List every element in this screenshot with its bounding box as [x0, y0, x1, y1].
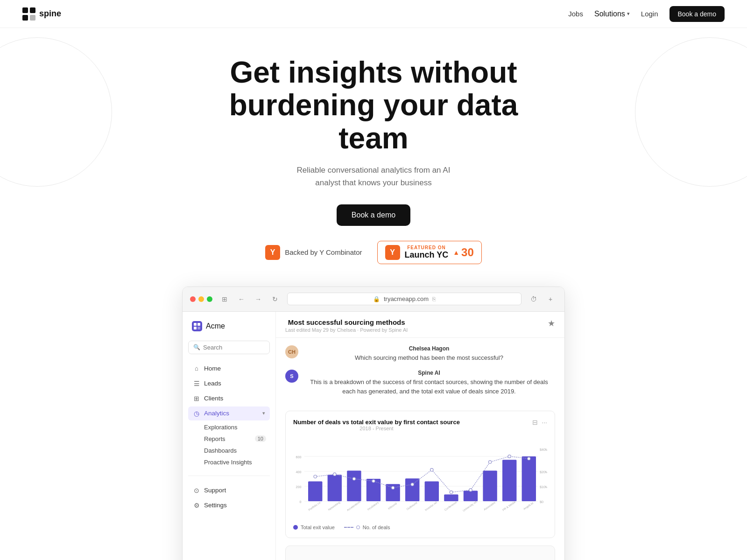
badges-row: Y Backed by Y Combinator Y FEATURED ON L…	[0, 241, 747, 264]
svg-rect-2	[22, 15, 28, 21]
line-dot-7	[450, 491, 452, 494]
search-input[interactable]	[203, 344, 265, 351]
search-icon: 🔍	[193, 344, 200, 350]
chart-header: Number of deals vs total exit value by f…	[293, 419, 547, 431]
chat-message-user: CH Chelsea Hagon Which sourcing method h…	[285, 345, 555, 363]
nav-jobs[interactable]: Jobs	[568, 10, 583, 18]
dot-minimize[interactable]	[198, 296, 204, 302]
bar-associates	[483, 470, 497, 501]
analytics-icon: ◷	[193, 410, 200, 417]
svg-text:$10M: $10M	[540, 485, 547, 489]
svg-text:University ref.: University ref.	[462, 500, 478, 512]
support-icon: ⊙	[193, 487, 200, 494]
line-dot-9	[488, 461, 491, 463]
sidebar-sub-reports[interactable]: Reports 10	[200, 433, 270, 445]
sidebar-search-box[interactable]: 🔍	[188, 341, 270, 354]
bar-accelerators	[347, 470, 361, 501]
chart-card: Number of deals vs total exit value by f…	[285, 411, 555, 538]
sidebar-item-analytics[interactable]: ◷ Analytics ▾	[188, 406, 270, 420]
legend-exit-label: Total exit value	[301, 525, 335, 530]
browser-refresh-icon[interactable]: ↻	[268, 293, 282, 306]
browser-url-bar[interactable]: 🔒 tryacmeapp.com ⎘	[287, 293, 521, 305]
svg-rect-4	[194, 323, 197, 326]
nav-book-demo-button[interactable]: Book a demo	[669, 6, 725, 22]
sidebar-sub-explorations[interactable]: Explorations	[200, 421, 270, 433]
sidebar-sub-dashboards[interactable]: Dashboards	[200, 445, 270, 456]
legend-deals-label: No. of deals	[363, 525, 390, 530]
subtext-line2: analyst that knows your business	[315, 178, 431, 187]
lock-icon: 🔒	[373, 296, 380, 302]
browser-history-icon[interactable]: ⏱	[527, 293, 540, 306]
bar-conference	[444, 495, 458, 501]
sidebar-item-clients[interactable]: ⊞ Clients	[188, 392, 270, 406]
bar-angellist	[522, 456, 536, 501]
hero-subtext: Reliable conversational analytics from a…	[0, 164, 747, 189]
dashboards-label: Dashboards	[204, 447, 237, 454]
line-dot-1	[333, 473, 336, 476]
brand-icon	[192, 321, 202, 331]
svg-rect-1	[30, 7, 35, 13]
analytics-chevron-icon: ▾	[262, 410, 265, 416]
sidebar-analytics-label: Analytics	[204, 410, 229, 417]
bar-networking	[328, 475, 342, 501]
browser-sidebar-icon[interactable]: ⊞	[218, 293, 231, 306]
support-label: Support	[204, 487, 226, 494]
svg-text:0: 0	[300, 500, 302, 504]
more-options-icon[interactable]: ···	[542, 419, 547, 426]
chart-actions[interactable]: ⊟ ···	[532, 419, 547, 426]
browser-back-icon[interactable]: ←	[235, 293, 248, 306]
hero-headline: Get insights without burdening your data…	[205, 56, 542, 154]
sidebar-clients-label: Clients	[204, 395, 223, 402]
bar-chart-svg: 0 200 400 600 $0 $10M $20M $40M	[293, 437, 547, 521]
bar-pr-media	[502, 460, 516, 501]
logo[interactable]: spine	[22, 7, 61, 21]
navbar: spine Jobs Solutions ▾ Login Book a demo	[0, 0, 747, 28]
dot-close[interactable]	[190, 296, 196, 302]
legend-circle-deals	[356, 525, 360, 529]
star-button[interactable]: ★	[548, 318, 555, 329]
launch-featured-label: FEATURED ON	[405, 245, 449, 250]
nav-links: Jobs Solutions ▾ Login Book a demo	[568, 6, 725, 22]
svg-text:$0: $0	[540, 500, 543, 504]
svg-rect-5	[197, 323, 200, 326]
user-avatar: CH	[285, 345, 298, 358]
line-dot-0	[314, 475, 317, 478]
proactive-label: Proactive Insights	[204, 459, 252, 466]
svg-text:Networking: Networking	[328, 501, 341, 511]
bar-outbound	[405, 478, 419, 501]
sidebar-item-leads[interactable]: ☰ Leads	[188, 377, 270, 391]
chart-title: Number of deals vs total exit value by f…	[293, 419, 460, 426]
browser-forward-icon[interactable]: →	[252, 293, 265, 306]
browser-mockup: ⊞ ← → ↻ 🔒 tryacmeapp.com ⎘ ⏱ +	[182, 287, 565, 560]
dot-maximize[interactable]	[207, 296, 212, 302]
user-name: Chelsea Hagon	[303, 345, 555, 352]
sidebar-item-settings[interactable]: ⚙ Settings	[188, 498, 270, 512]
browser-right-controls: ⏱ +	[527, 293, 557, 306]
legend-exit-value: Total exit value	[293, 525, 335, 530]
hero-book-demo-button[interactable]: Book a demo	[337, 204, 410, 226]
bottom-card	[285, 546, 555, 560]
login-button[interactable]: Login	[641, 10, 658, 18]
line-dot-8	[469, 489, 472, 491]
sidebar-item-support[interactable]: ⊙ Support	[188, 483, 270, 497]
sidebar-item-home[interactable]: ⌂ Home	[188, 362, 270, 376]
line-dot-2	[352, 477, 355, 480]
nav-solutions[interactable]: Solutions ▾	[594, 10, 630, 18]
sidebar-brand-name: Acme	[206, 322, 225, 330]
launch-text: FEATURED ON Launch YC	[405, 245, 449, 260]
bar-university	[464, 491, 478, 501]
svg-text:Accelerators: Accelerators	[346, 500, 361, 511]
yc-badge: Y Backed by Y Combinator	[265, 245, 362, 260]
report-title-block: Most successful sourcing methods Last ed…	[285, 318, 408, 333]
browser-controls: ⊞ ← → ↻	[218, 293, 282, 306]
line-dot-3	[372, 480, 375, 483]
launch-yc-badge[interactable]: Y FEATURED ON Launch YC ▲ 30	[377, 241, 482, 264]
bookmark-icon[interactable]: ⊟	[532, 419, 538, 426]
sidebar-sub-proactive[interactable]: Proactive Insights	[200, 456, 270, 468]
chart-visualization: 0 200 400 600 $0 $10M $20M $40M	[293, 437, 547, 521]
svg-text:Inbound: Inbound	[388, 502, 397, 510]
browser-new-tab-icon[interactable]: +	[544, 293, 557, 306]
logo-text: spine	[39, 9, 61, 19]
reports-label: Reports	[204, 435, 226, 442]
sidebar-bottom: ⊙ Support ⚙ Settings	[188, 476, 270, 512]
